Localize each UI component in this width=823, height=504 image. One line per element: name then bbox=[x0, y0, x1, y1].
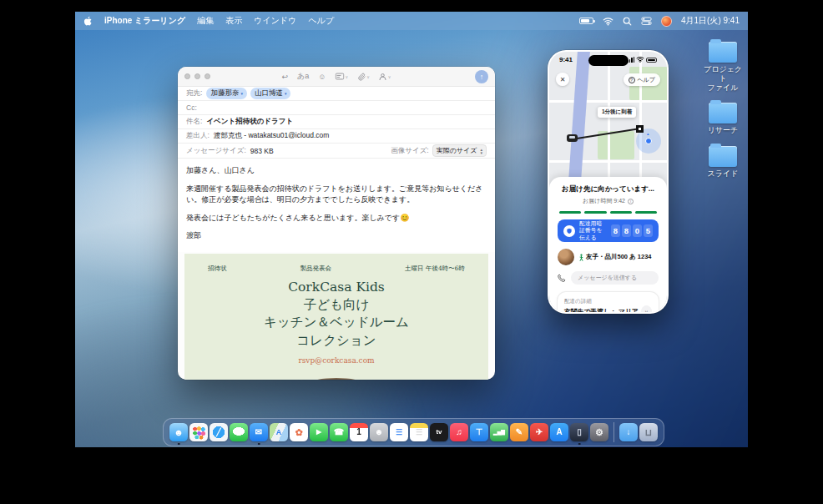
cc-field[interactable]: Cc: bbox=[178, 101, 495, 115]
delivery-details-label: 配達の詳細 bbox=[564, 298, 641, 305]
close-mirroring-button[interactable]: ✕ bbox=[556, 73, 569, 86]
active-app-name[interactable]: iPhone ミラーリング bbox=[104, 15, 185, 27]
body-paragraph-2: 発表会には子どもたちがたくさん来ると思います。楽しみです😊 bbox=[186, 213, 487, 224]
dock-safari-icon[interactable]: ╱ bbox=[210, 423, 228, 441]
cork-bowl-photo bbox=[295, 378, 378, 381]
minimize-window-button[interactable] bbox=[194, 73, 200, 79]
header-fields-button[interactable]: ∨ bbox=[335, 73, 348, 80]
map-park bbox=[598, 131, 634, 159]
delivery-details-card[interactable]: 配達の詳細 玄関先で手渡し： マリアビル ∨ bbox=[558, 292, 659, 312]
dock-trash-icon[interactable]: ⊔ bbox=[639, 423, 658, 441]
desktop-folder-research[interactable]: リサーチ bbox=[703, 103, 743, 135]
iphone-battery-icon bbox=[646, 58, 657, 63]
dock-rocket-app-icon[interactable]: ✈ bbox=[530, 423, 548, 441]
dock-settings-icon[interactable]: ⚙ bbox=[590, 423, 608, 441]
message-row: メッセージを送信する bbox=[558, 271, 659, 285]
share-passcode-button[interactable]: 配達用暗証番号を伝える 8805 bbox=[558, 219, 659, 242]
passcode-digit: 8 bbox=[622, 224, 631, 237]
desktop-folder-projects[interactable]: プロジェクト ファイル bbox=[703, 42, 743, 92]
call-icon[interactable] bbox=[558, 274, 566, 282]
image-size-select[interactable]: 実際のサイズ ▴▾ bbox=[432, 144, 487, 157]
calendar-glyph: 1 bbox=[356, 428, 361, 436]
dock-pages-icon[interactable]: ✎ bbox=[510, 423, 528, 441]
dock-tv-icon[interactable]: tv bbox=[430, 423, 448, 441]
stepper-icon: ▴▾ bbox=[480, 148, 482, 154]
dock-keynote-icon[interactable]: ⊤ bbox=[470, 423, 488, 441]
format-text-button[interactable]: あa bbox=[297, 71, 309, 82]
iphone-clock: 9:41 bbox=[559, 56, 573, 63]
invitation-tag-center: 製品発表会 bbox=[300, 265, 332, 273]
dock-reminders-icon[interactable]: ☰ bbox=[390, 423, 408, 441]
menu-bar-clock[interactable]: 4月1日(火) 9:41 bbox=[681, 15, 740, 27]
battery-icon[interactable] bbox=[579, 18, 593, 24]
desktop-folder-slides[interactable]: スライド bbox=[703, 146, 743, 179]
recipient-chip[interactable]: 山口博道▾ bbox=[250, 88, 291, 99]
dynamic-island bbox=[588, 55, 629, 66]
dock-downloads-folder-icon[interactable]: ↓ bbox=[619, 423, 638, 441]
dock-music-icon[interactable]: ♫ bbox=[450, 423, 468, 441]
delivery-details-value: 玄関先で手渡し： マリアビル bbox=[564, 307, 641, 312]
passcode-digit: 0 bbox=[633, 224, 642, 237]
courier-row[interactable]: 友子・品川500 あ 1234 bbox=[558, 249, 659, 265]
search-icon[interactable] bbox=[623, 17, 632, 26]
dock-numbers-icon[interactable]: ▂▅▇ bbox=[490, 423, 508, 441]
user-avatar-icon[interactable] bbox=[661, 16, 672, 27]
dock-finder-icon[interactable]: ☻ bbox=[169, 423, 188, 441]
expand-details-button[interactable]: ∨ bbox=[641, 305, 652, 312]
dock-notes-icon[interactable]: ☰ bbox=[410, 423, 428, 441]
folder-label: スライド bbox=[708, 169, 739, 179]
recipient-chips: 加藤那奈▾山口博道▾ bbox=[206, 88, 290, 99]
invitation-tag-left: 招待状 bbox=[208, 265, 227, 273]
iphone-screen: ▴ 1分後に到着 9:41 ✕ ? ヘルプ bbox=[549, 52, 667, 312]
progress-segment bbox=[610, 211, 632, 214]
mail-compose-window: ↩ あa ☺ ∨ ∨ ∨ ↑ bbox=[178, 67, 495, 380]
invitation-title-line: コレクション bbox=[184, 332, 488, 350]
subject-field[interactable]: 件名: イベント招待状のドラフト bbox=[178, 115, 495, 129]
control-center-icon[interactable] bbox=[641, 17, 652, 25]
attach-file-button[interactable]: ∨ bbox=[357, 73, 370, 81]
info-icon[interactable]: i bbox=[628, 199, 634, 204]
zoom-window-button[interactable] bbox=[204, 73, 210, 79]
apple-menu-icon[interactable] bbox=[83, 16, 93, 27]
screenshot-stage: iPhone ミラーリング 編集表示ウインドウヘルプ 4月1日(火) 9:41 … bbox=[0, 0, 823, 504]
wifi-icon[interactable] bbox=[603, 17, 613, 26]
send-message-input[interactable]: メッセージを送信する bbox=[571, 271, 659, 285]
app-store-glyph: A bbox=[556, 428, 562, 436]
dock-maps-icon[interactable]: A bbox=[270, 423, 288, 441]
courier-name-plate: 友子・品川500 あ 1234 bbox=[586, 253, 652, 261]
dock-messages-icon[interactable] bbox=[230, 423, 248, 441]
image-size-label: 画像サイズ: bbox=[391, 146, 428, 156]
subject-value: イベント招待状のドラフト bbox=[206, 117, 293, 127]
recipient-chip[interactable]: 加藤那奈▾ bbox=[206, 88, 247, 99]
from-field[interactable]: 差出人: 渡部克也 - watakatsu01@icloud.com bbox=[178, 129, 495, 144]
dock-phone-icon[interactable]: ☎ bbox=[330, 423, 348, 441]
dock-iphone-mirroring-icon[interactable]: ▯ bbox=[570, 423, 588, 441]
menu-item[interactable]: ウインドウ bbox=[254, 15, 296, 27]
dock-mail-icon[interactable]: ✉ bbox=[250, 423, 268, 441]
emoji-button[interactable]: ☺ bbox=[318, 73, 326, 81]
undo-button[interactable]: ↩ bbox=[282, 73, 289, 81]
menu-item[interactable]: ヘルプ bbox=[308, 15, 334, 27]
add-contact-button[interactable]: ∨ bbox=[379, 73, 391, 81]
macos-desktop: iPhone ミラーリング 編集表示ウインドウヘルプ 4月1日(火) 9:41 … bbox=[75, 12, 748, 447]
dock-launchpad-icon[interactable] bbox=[189, 423, 208, 441]
send-button[interactable]: ↑ bbox=[475, 70, 488, 83]
close-window-button[interactable] bbox=[184, 73, 190, 79]
dock-facetime-icon[interactable]: ▶ bbox=[310, 423, 328, 441]
dock-photos-icon[interactable]: ✿ bbox=[290, 423, 308, 441]
dock-contacts-icon[interactable]: ☻ bbox=[370, 423, 388, 441]
menu-item[interactable]: 編集 bbox=[197, 15, 214, 27]
dock-app-store-icon[interactable]: A bbox=[550, 423, 568, 441]
to-field[interactable]: 宛先: 加藤那奈▾山口博道▾ bbox=[178, 87, 495, 101]
message-body[interactable]: 加藤さん、山口さん 来週開催する製品発表会の招待状のドラフトをお送りします。ご意… bbox=[178, 159, 495, 252]
dock-calendar-icon[interactable]: 1 bbox=[350, 423, 368, 441]
help-button[interactable]: ? ヘルプ bbox=[624, 73, 661, 86]
window-controls[interactable] bbox=[184, 73, 210, 79]
desktop-folders: プロジェクト ファイルリサーチスライド bbox=[703, 42, 743, 179]
menu-item[interactable]: 表示 bbox=[225, 15, 242, 27]
finder-glyph: ☻ bbox=[174, 428, 184, 437]
trash-glyph: ⊔ bbox=[645, 428, 653, 437]
chevron-down-icon: ∨ bbox=[644, 309, 648, 312]
invitation-card-attachment[interactable]: 招待状 製品発表会 土曜日 午後4時〜6時 CorkCasa Kids子ども向け… bbox=[184, 254, 488, 381]
from-label: 差出人: bbox=[186, 131, 210, 141]
